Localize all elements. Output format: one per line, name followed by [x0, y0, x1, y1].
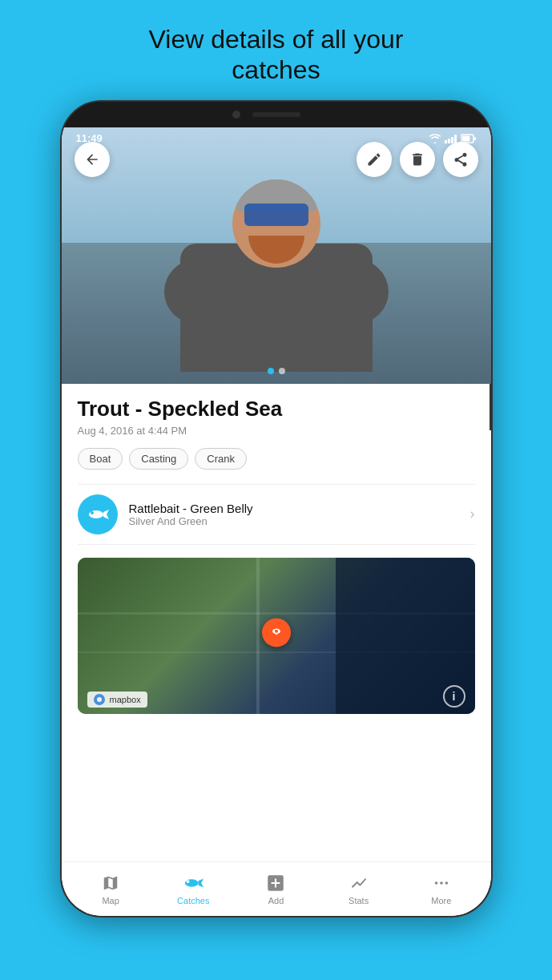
tags-row: Boat Casting Crank: [78, 448, 475, 470]
lure-row[interactable]: Rattlebait - Green Belly Silver And Gree…: [78, 484, 475, 545]
svg-rect-2: [451, 137, 453, 143]
svg-point-17: [187, 880, 190, 883]
lure-icon: [78, 494, 118, 534]
map-area[interactable]: mapbox i: [78, 558, 475, 714]
nav-label-more: More: [431, 896, 451, 905]
svg-marker-8: [103, 510, 109, 519]
svg-rect-5: [461, 135, 469, 141]
add-nav-icon: [265, 873, 286, 893]
tag-boat: Boat: [78, 448, 123, 470]
map-nav-icon: [100, 873, 121, 893]
phone-side-button: [490, 382, 493, 430]
nav-item-more[interactable]: More: [419, 873, 463, 905]
stats-nav-icon: [349, 873, 369, 893]
person: [164, 179, 389, 372]
catches-nav-icon: [183, 873, 203, 893]
svg-rect-3: [454, 135, 457, 143]
catch-date: Aug 4, 2016 at 4:44 PM: [78, 425, 475, 437]
phone-camera: [232, 111, 240, 119]
more-nav-icon: [431, 873, 452, 893]
svg-point-19: [440, 881, 443, 885]
mapbox-label: mapbox: [110, 695, 141, 704]
nav-item-add[interactable]: Add: [254, 873, 298, 905]
status-time: 11:49: [76, 132, 103, 144]
svg-rect-1: [448, 139, 450, 143]
tag-casting: Casting: [129, 448, 188, 470]
svg-rect-0: [445, 140, 447, 143]
svg-point-18: [435, 881, 438, 885]
lure-info: Rattlebait - Green Belly Silver And Gree…: [129, 502, 470, 527]
nav-label-map: Map: [102, 896, 119, 905]
photo-area: [62, 127, 491, 384]
tag-crank: Crank: [195, 448, 247, 470]
mapbox-watermark: mapbox: [87, 692, 147, 708]
pin-icon: [268, 625, 284, 641]
mapbox-logo-icon: [94, 694, 105, 705]
person-beard: [248, 236, 304, 264]
nav-label-add: Add: [268, 896, 284, 905]
battery-icon: [461, 134, 477, 143]
phone-speaker: [252, 112, 300, 117]
dot-active: [268, 368, 274, 374]
svg-point-14: [97, 697, 102, 702]
person-glasses: [244, 204, 308, 226]
lure-chevron-icon: ›: [470, 506, 475, 522]
phone-notch: [62, 102, 491, 127]
phone-frame: 11:49: [60, 100, 493, 917]
map-pin: [262, 619, 291, 647]
bottom-nav: Map Catches: [62, 861, 491, 916]
fish-title: Trout - Speckled Sea: [78, 397, 475, 421]
svg-rect-6: [473, 137, 476, 140]
lure-detail: Silver And Green: [129, 515, 470, 527]
svg-point-9: [91, 511, 94, 514]
person-head: [232, 179, 320, 268]
phone-screen: Trout - Speckled Sea Aug 4, 2016 at 4:44…: [62, 127, 491, 916]
nav-item-map[interactable]: Map: [89, 873, 133, 905]
content-area: Trout - Speckled Sea Aug 4, 2016 at 4:44…: [62, 384, 491, 861]
svg-marker-16: [199, 878, 204, 887]
status-bar: 11:49: [62, 127, 491, 150]
wifi-icon: [429, 134, 441, 143]
nav-label-catches: Catches: [177, 896, 209, 905]
dot-inactive: [279, 368, 285, 374]
lure-name: Rattlebait - Green Belly: [129, 502, 470, 515]
map-info-button[interactable]: i: [443, 685, 465, 708]
page-title: View details of all your catches: [117, 24, 436, 86]
map-background: [78, 558, 475, 714]
signal-icon: [445, 134, 457, 143]
lure-svg-icon: [87, 503, 109, 526]
photo-dots: [268, 368, 285, 374]
nav-item-stats[interactable]: Stats: [336, 873, 381, 905]
svg-point-12: [274, 630, 277, 633]
status-icons: [429, 134, 477, 143]
map-road-1: [256, 558, 260, 714]
svg-point-20: [445, 881, 448, 885]
nav-label-stats: Stats: [349, 896, 369, 905]
nav-item-catches[interactable]: Catches: [171, 873, 216, 905]
